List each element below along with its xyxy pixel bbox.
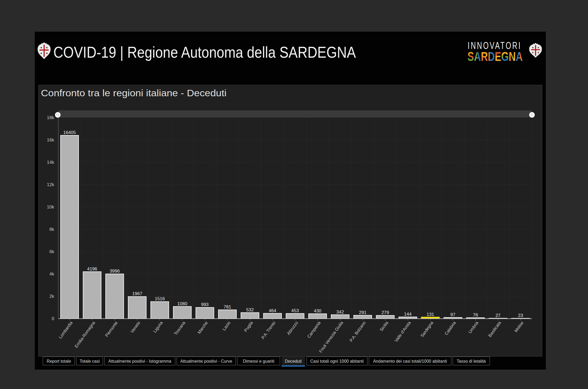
- svg-text:1516: 1516: [155, 296, 165, 301]
- svg-text:4k: 4k: [49, 271, 54, 277]
- svg-text:342: 342: [336, 309, 344, 315]
- svg-text:453: 453: [291, 308, 299, 313]
- svg-text:Confronto tra le regioni itali: Confronto tra le regioni italiane - Dece…: [41, 88, 227, 98]
- svg-text:16405: 16405: [63, 130, 76, 135]
- svg-text:12k: 12k: [47, 182, 54, 187]
- svg-text:464: 464: [269, 308, 276, 313]
- svg-text:Andamento dei casi totali/1000: Andamento dei casi totali/1000 abiitanti: [373, 359, 447, 363]
- svg-text:G: G: [501, 49, 509, 63]
- svg-text:Report totale: Report totale: [47, 359, 71, 363]
- svg-text:279: 279: [381, 310, 389, 315]
- svg-text:Totale casi: Totale casi: [80, 359, 100, 363]
- svg-text:291: 291: [359, 310, 367, 315]
- svg-text:Casi totali ogni 1000 abitanti: Casi totali ogni 1000 abitanti: [310, 359, 364, 363]
- svg-text:10k: 10k: [47, 204, 54, 210]
- svg-text:R: R: [481, 49, 488, 63]
- svg-text:27: 27: [496, 313, 501, 318]
- svg-text:76: 76: [473, 312, 478, 317]
- svg-text:COVID-19 | Regione Autonoma de: COVID-19 | Regione Autonoma della SARDEG…: [53, 43, 356, 61]
- svg-text:Attualmente positivi - Istogra: Attualmente positivi - Istogramma: [108, 359, 172, 363]
- svg-text:1080: 1080: [177, 301, 188, 306]
- svg-text:8k: 8k: [49, 227, 54, 232]
- svg-text:4196: 4196: [87, 266, 97, 271]
- svg-text:Attualmente positivi - Curve: Attualmente positivi - Curve: [180, 359, 232, 363]
- svg-text:6k: 6k: [49, 249, 54, 254]
- svg-text:993: 993: [201, 302, 208, 307]
- svg-text:S: S: [467, 49, 474, 63]
- svg-text:A: A: [474, 49, 481, 63]
- svg-text:430: 430: [314, 308, 321, 313]
- svg-text:532: 532: [246, 307, 254, 312]
- svg-text:Dimessi e guariti: Dimessi e guariti: [243, 359, 274, 363]
- svg-text:3996: 3996: [110, 269, 120, 274]
- svg-text:18k: 18k: [47, 115, 54, 120]
- svg-text:Tasso di letalità: Tasso di letalità: [457, 359, 486, 363]
- svg-text:781: 781: [224, 304, 231, 309]
- svg-text:N: N: [509, 49, 516, 63]
- svg-text:23: 23: [518, 313, 523, 318]
- svg-text:Deceduti: Deceduti: [285, 359, 302, 363]
- svg-text:E: E: [495, 49, 501, 63]
- svg-text:D: D: [488, 49, 495, 63]
- svg-text:0: 0: [52, 316, 54, 321]
- svg-text:16k: 16k: [47, 137, 54, 143]
- svg-text:131: 131: [427, 312, 434, 317]
- svg-text:1967: 1967: [132, 291, 142, 296]
- svg-text:A: A: [516, 49, 523, 63]
- svg-text:97: 97: [450, 312, 455, 317]
- svg-text:2k: 2k: [49, 294, 54, 299]
- svg-text:144: 144: [404, 312, 411, 317]
- svg-text:14k: 14k: [47, 160, 54, 165]
